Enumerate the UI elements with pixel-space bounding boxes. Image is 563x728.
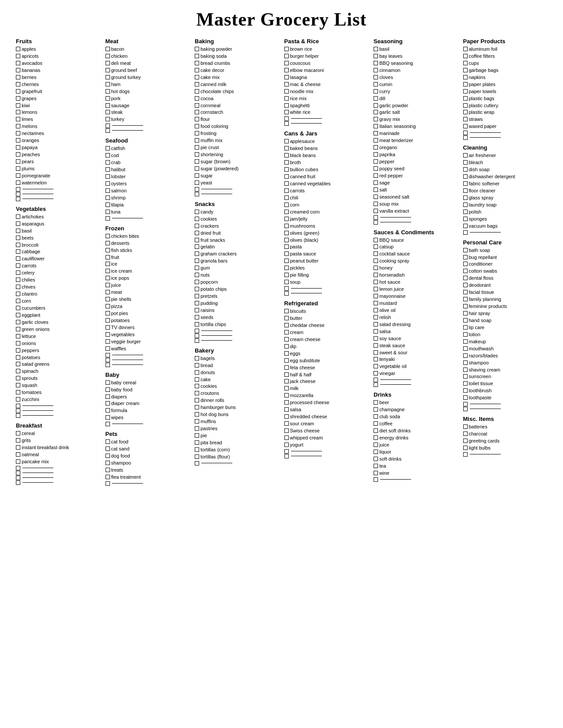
checkbox-icon[interactable] — [284, 195, 289, 200]
blank-item[interactable] — [463, 406, 548, 411]
checkbox-icon[interactable] — [106, 481, 110, 486]
checkbox-icon[interactable] — [374, 173, 378, 178]
checkbox-icon[interactable] — [16, 61, 20, 65]
list-item[interactable]: toothpaste — [463, 394, 548, 402]
list-item[interactable]: fish sticks — [106, 247, 190, 254]
checkbox-icon[interactable] — [463, 407, 468, 411]
list-item[interactable]: brown rice — [284, 46, 369, 53]
checkbox-icon[interactable] — [195, 152, 199, 157]
checkbox-icon[interactable] — [106, 325, 110, 330]
list-item[interactable]: oregano — [374, 144, 458, 151]
checkbox-icon[interactable] — [463, 339, 468, 344]
list-item[interactable]: fruit snacks — [195, 237, 279, 244]
checkbox-icon[interactable] — [195, 238, 199, 242]
checkbox-icon[interactable] — [16, 82, 20, 86]
checkbox-icon[interactable] — [16, 54, 20, 58]
checkbox-icon[interactable] — [16, 292, 20, 296]
checkbox-icon[interactable] — [195, 273, 199, 277]
list-item[interactable]: bread crumbs — [195, 60, 279, 67]
checkbox-icon[interactable] — [463, 188, 468, 193]
checkbox-icon[interactable] — [374, 110, 378, 114]
list-item[interactable]: poppy seed — [374, 165, 458, 173]
list-item[interactable]: bath soap — [463, 247, 548, 254]
list-item[interactable]: spaghetti — [284, 102, 369, 109]
list-item[interactable]: nectarines — [16, 130, 100, 137]
blank-item[interactable] — [374, 220, 458, 225]
list-item[interactable]: razors/blades — [463, 353, 548, 360]
checkbox-icon[interactable] — [16, 138, 20, 143]
checkbox-icon[interactable] — [195, 370, 199, 375]
list-item[interactable]: squash — [16, 382, 100, 389]
checkbox-icon[interactable] — [463, 446, 468, 450]
checkbox-icon[interactable] — [284, 238, 289, 242]
checkbox-icon[interactable] — [16, 445, 20, 450]
checkbox-icon[interactable] — [106, 124, 110, 128]
checkbox-icon[interactable] — [374, 350, 378, 355]
checkbox-icon[interactable] — [374, 61, 378, 65]
checkbox-icon[interactable] — [195, 447, 199, 452]
list-item[interactable]: conditioner — [463, 261, 548, 268]
checkbox-icon[interactable] — [106, 82, 110, 86]
list-item[interactable]: dill — [374, 95, 458, 102]
checkbox-icon[interactable] — [374, 145, 378, 150]
checkbox-icon[interactable] — [16, 173, 20, 178]
list-item[interactable]: sunscreen — [463, 373, 548, 380]
list-item[interactable]: cilantro — [16, 291, 100, 298]
list-item[interactable]: teriyaki — [374, 356, 458, 363]
list-item[interactable]: hand soap — [463, 317, 548, 324]
list-item[interactable]: olives (black) — [284, 237, 369, 244]
checkbox-icon[interactable] — [463, 103, 468, 108]
checkbox-icon[interactable] — [106, 283, 110, 287]
checkbox-icon[interactable] — [284, 96, 289, 101]
list-item[interactable]: food coloring — [195, 123, 279, 130]
checkbox-icon[interactable] — [195, 103, 199, 108]
list-item[interactable]: lettuce — [16, 333, 100, 340]
checkbox-icon[interactable] — [106, 75, 110, 79]
list-item[interactable]: oysters — [106, 180, 190, 188]
checkbox-icon[interactable] — [16, 263, 20, 268]
checkbox-icon[interactable] — [195, 433, 199, 438]
checkbox-icon[interactable] — [195, 280, 199, 284]
checkbox-icon[interactable] — [463, 181, 468, 186]
list-item[interactable]: elbow macaroni — [284, 67, 369, 74]
list-item[interactable]: eggs — [284, 350, 369, 357]
list-item[interactable]: plastic bags — [463, 95, 548, 102]
checkbox-icon[interactable] — [106, 339, 110, 344]
checkbox-icon[interactable] — [463, 224, 468, 228]
checkbox-icon[interactable] — [374, 477, 378, 482]
list-item[interactable]: avocados — [16, 60, 100, 67]
checkbox-icon[interactable] — [284, 181, 289, 186]
checkbox-icon[interactable] — [374, 378, 378, 382]
checkbox-icon[interactable] — [106, 181, 110, 186]
checkbox-icon[interactable] — [463, 203, 468, 207]
list-item[interactable]: croutons — [195, 390, 279, 397]
checkbox-icon[interactable] — [374, 75, 378, 79]
list-item[interactable]: muffin mix — [195, 137, 279, 144]
checkbox-icon[interactable] — [16, 214, 20, 219]
list-item[interactable]: beer — [374, 399, 458, 406]
blank-item[interactable] — [284, 116, 369, 121]
list-item[interactable]: couscous — [284, 60, 369, 67]
checkbox-icon[interactable] — [16, 256, 20, 261]
checkbox-icon[interactable] — [463, 452, 468, 457]
checkbox-icon[interactable] — [106, 346, 110, 351]
checkbox-icon[interactable] — [16, 75, 20, 79]
list-item[interactable]: granola bars — [195, 258, 279, 265]
checkbox-icon[interactable] — [16, 452, 20, 457]
checkbox-icon[interactable] — [106, 318, 110, 323]
list-item[interactable]: plums — [16, 165, 100, 173]
list-item[interactable]: cumin — [374, 81, 458, 88]
checkbox-icon[interactable] — [16, 152, 20, 157]
checkbox-icon[interactable] — [284, 160, 289, 165]
list-item[interactable]: bleach — [463, 159, 548, 166]
checkbox-icon[interactable] — [374, 343, 378, 348]
checkbox-icon[interactable] — [195, 398, 199, 402]
checkbox-icon[interactable] — [106, 103, 110, 108]
blank-item[interactable] — [16, 403, 100, 408]
checkbox-icon[interactable] — [374, 244, 378, 249]
checkbox-icon[interactable] — [374, 357, 378, 361]
list-item[interactable]: papaya — [16, 144, 100, 151]
checkbox-icon[interactable] — [463, 75, 468, 79]
list-item[interactable]: baby cereal — [106, 379, 190, 387]
checkbox-icon[interactable] — [374, 166, 378, 171]
